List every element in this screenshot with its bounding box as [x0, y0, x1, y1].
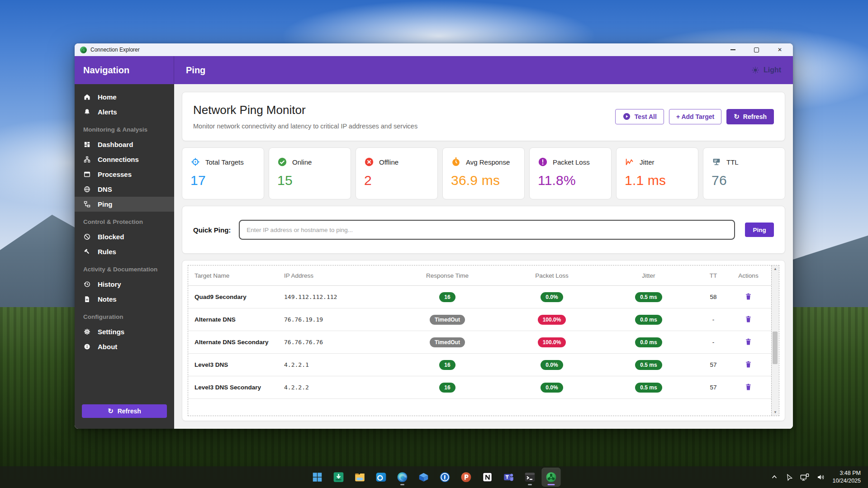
- ip-address: 4.2.2.2: [284, 384, 394, 391]
- main-content: Network Ping Monitor Monitor network con…: [174, 84, 793, 429]
- close-button[interactable]: [777, 47, 783, 53]
- stat-value: 17: [190, 173, 256, 188]
- sidebar-item-label: Processes: [98, 171, 132, 178]
- taskbar-item-powerpoint[interactable]: [457, 468, 475, 486]
- sidebar-item-ping[interactable]: Ping: [75, 197, 174, 212]
- active-app-indicator: [547, 484, 555, 485]
- trash-icon: [745, 338, 752, 346]
- connection-explorer-icon: [545, 471, 557, 483]
- file-explorer-icon: [354, 471, 365, 483]
- sidebar-item-processes[interactable]: Processes: [75, 167, 174, 182]
- jitter-badge: 0.5 ms: [635, 383, 662, 393]
- taskbar-item-file-explorer[interactable]: [351, 468, 369, 486]
- stat-label: Avg Response: [466, 158, 510, 166]
- quick-ping-panel: Quick Ping: Ping: [182, 206, 785, 254]
- ping-icon: [83, 200, 91, 208]
- check-circle-icon: [277, 157, 287, 167]
- taskbar-item-edge[interactable]: [393, 468, 411, 486]
- table-scrollbar[interactable]: ▲ ▼: [771, 265, 779, 416]
- add-target-button[interactable]: + Add Target: [669, 109, 721, 124]
- system-tray: 3:48 PM 10/24/2025: [771, 469, 868, 485]
- stat-card-packet-loss: Packet Loss 11.8%: [529, 147, 612, 199]
- column-header-response-time: Response Time: [426, 272, 469, 279]
- stat-label: TTL: [726, 158, 739, 166]
- sidebar-item-settings[interactable]: Settings: [75, 324, 174, 339]
- taskbar-item-connection-explorer[interactable]: [542, 468, 560, 486]
- teams-icon: [503, 471, 514, 483]
- home-icon: [83, 93, 91, 101]
- column-header-packet-loss: Packet Loss: [535, 272, 569, 279]
- quick-ping-input[interactable]: [239, 220, 735, 240]
- taskbar-clock[interactable]: 3:48 PM 10/24/2025: [832, 469, 861, 485]
- network-display-icon[interactable]: [800, 473, 810, 482]
- sidebar-item-alerts[interactable]: Alerts: [75, 104, 174, 119]
- sidebar-item-rules[interactable]: Rules: [75, 244, 174, 259]
- sidebar-item-label: DNS: [98, 185, 112, 193]
- start-button[interactable]: [308, 468, 326, 486]
- app-window: Connection Explorer Navigation Ping: [75, 43, 793, 429]
- taskbar-item-onepassword[interactable]: [436, 468, 454, 486]
- sidebar-item-label: Settings: [98, 328, 124, 336]
- taskbar-item-notion[interactable]: [478, 468, 496, 486]
- stat-label: Offline: [379, 158, 398, 166]
- ping-button[interactable]: Ping: [745, 223, 774, 237]
- scroll-down-arrow[interactable]: ▼: [772, 409, 779, 416]
- tray-chevron-up-icon[interactable]: [771, 474, 778, 480]
- sidebar-item-blocked[interactable]: Blocked: [75, 229, 174, 244]
- packet-loss-badge: 0.0%: [541, 383, 563, 393]
- sidebar-item-notes[interactable]: Notes: [75, 292, 174, 307]
- stat-label: Total Targets: [205, 158, 244, 166]
- target-name: Alternate DNS Secondary: [194, 339, 284, 346]
- ttl-value: -: [712, 316, 715, 323]
- window-icon: [83, 171, 91, 178]
- test-all-button[interactable]: Test All: [615, 109, 664, 124]
- ttl-value: 58: [710, 294, 716, 300]
- target-name: Quad9 Secondary: [194, 294, 284, 300]
- sidebar-refresh-button[interactable]: Refresh: [82, 404, 167, 418]
- scrollbar-thumb[interactable]: [773, 332, 778, 364]
- window-titlebar[interactable]: Connection Explorer: [75, 43, 793, 56]
- app-icon: [80, 47, 87, 53]
- sidebar-item-history[interactable]: History: [75, 277, 174, 292]
- jitter-badge: 0.0 ms: [635, 315, 662, 325]
- minimize-button[interactable]: [730, 47, 736, 53]
- target-name: Level3 DNS: [194, 361, 284, 368]
- location-icon[interactable]: [785, 473, 793, 481]
- sidebar-item-home[interactable]: Home: [75, 90, 174, 104]
- target-icon: [190, 157, 200, 167]
- target-name: Level3 DNS Secondary: [194, 384, 284, 391]
- table-row: Level3 DNS 4.2.2.1 16 0.0% 0.5 ms 57: [188, 354, 771, 376]
- column-header-ip-address: IP Address: [284, 272, 394, 279]
- delete-target-button[interactable]: [742, 292, 754, 303]
- table-row: Level3 DNS Secondary 4.2.2.2 16 0.0% 0.5…: [188, 376, 771, 399]
- scroll-up-arrow[interactable]: ▲: [772, 265, 779, 272]
- stat-value: 2: [364, 173, 429, 188]
- delete-target-button[interactable]: [742, 382, 754, 393]
- theme-toggle[interactable]: Light: [751, 66, 781, 74]
- sidebar-item-about[interactable]: About: [75, 339, 174, 354]
- column-header-actions: Actions: [738, 272, 758, 279]
- delete-target-button[interactable]: [742, 337, 754, 348]
- taskbar-item-software-center[interactable]: [329, 468, 347, 486]
- trash-icon: [745, 315, 752, 323]
- window-title: Connection Explorer: [90, 47, 140, 53]
- delete-target-button[interactable]: [742, 314, 754, 325]
- edge-icon: [396, 471, 408, 483]
- taskbar-item-outlook[interactable]: [372, 468, 390, 486]
- maximize-button[interactable]: [753, 47, 759, 53]
- taskbar-item-teams[interactable]: [499, 468, 517, 486]
- outlook-icon: [375, 471, 387, 483]
- taskbar-item-terminal[interactable]: [521, 468, 539, 486]
- stat-card-jitter: Jitter 1.1 ms: [616, 147, 698, 199]
- sidebar-item-dns[interactable]: DNS: [75, 182, 174, 197]
- sidebar-item-connections[interactable]: Connections: [75, 152, 174, 167]
- delete-target-button[interactable]: [742, 360, 754, 370]
- volume-icon[interactable]: [816, 473, 825, 481]
- response-time-badge: TimedOut: [430, 315, 465, 325]
- trash-icon: [745, 360, 752, 368]
- taskbar-item-box-drive[interactable]: [414, 468, 432, 486]
- stat-value: 11.8%: [538, 173, 603, 188]
- refresh-button[interactable]: Refresh: [726, 109, 774, 124]
- dashboard-icon: [83, 141, 91, 148]
- sidebar-item-dashboard[interactable]: Dashboard: [75, 137, 174, 152]
